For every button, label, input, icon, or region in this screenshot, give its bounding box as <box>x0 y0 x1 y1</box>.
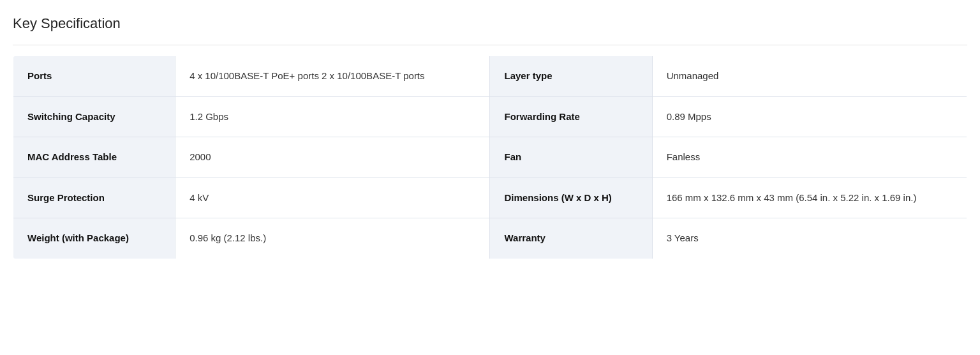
spec-value-left-3: 4 kV <box>175 178 490 218</box>
spec-label-left-2: MAC Address Table <box>13 137 175 178</box>
spec-label-right-0: Layer type <box>490 56 652 97</box>
table-row: Switching Capacity1.2 GbpsForwarding Rat… <box>13 96 967 137</box>
spec-value-left-1: 1.2 Gbps <box>175 96 490 137</box>
spec-label-right-2: Fan <box>490 137 652 178</box>
spec-label-right-4: Warranty <box>490 218 652 259</box>
table-row: Surge Protection4 kVDimensions (W x D x … <box>13 178 967 218</box>
spec-table: Ports4 x 10/100BASE-T PoE+ ports 2 x 10/… <box>13 56 967 259</box>
spec-value-right-0: Unmanaged <box>652 56 967 97</box>
section-divider <box>13 45 967 45</box>
spec-value-right-4: 3 Years <box>652 218 967 259</box>
spec-label-right-3: Dimensions (W x D x H) <box>490 178 652 218</box>
table-row: Weight (with Package)0.96 kg (2.12 lbs.)… <box>13 218 967 259</box>
table-row: Ports4 x 10/100BASE-T PoE+ ports 2 x 10/… <box>13 56 967 97</box>
page-title: Key Specification <box>13 15 967 32</box>
spec-value-right-1: 0.89 Mpps <box>652 96 967 137</box>
spec-value-left-0: 4 x 10/100BASE-T PoE+ ports 2 x 10/100BA… <box>175 56 490 97</box>
spec-label-left-0: Ports <box>13 56 175 97</box>
spec-label-left-1: Switching Capacity <box>13 96 175 137</box>
spec-value-right-3: 166 mm x 132.6 mm x 43 mm (6.54 in. x 5.… <box>652 178 967 218</box>
spec-label-right-1: Forwarding Rate <box>490 96 652 137</box>
spec-value-left-4: 0.96 kg (2.12 lbs.) <box>175 218 490 259</box>
spec-label-left-4: Weight (with Package) <box>13 218 175 259</box>
spec-value-right-2: Fanless <box>652 137 967 178</box>
spec-value-left-2: 2000 <box>175 137 490 178</box>
spec-label-left-3: Surge Protection <box>13 178 175 218</box>
table-row: MAC Address Table2000FanFanless <box>13 137 967 178</box>
